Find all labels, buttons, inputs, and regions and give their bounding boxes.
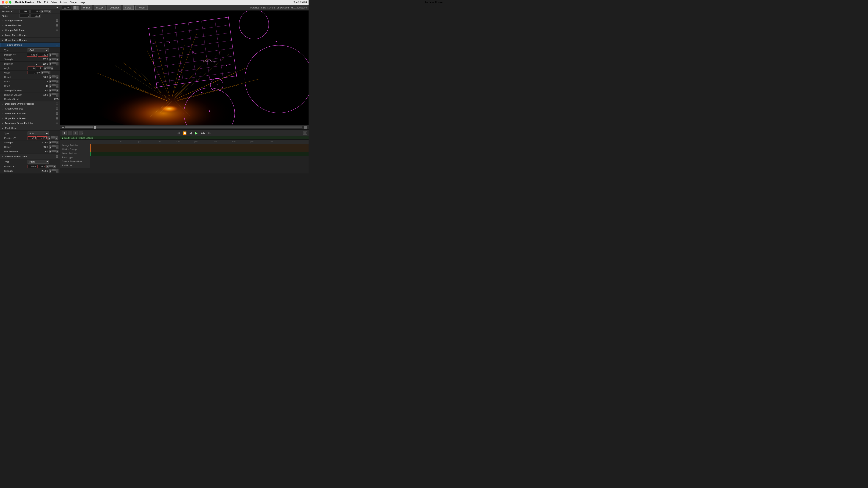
- view-toggle[interactable]: [73, 6, 79, 9]
- hg-dir-left[interactable]: ◀: [49, 62, 51, 65]
- fullscreen-btn[interactable]: [303, 132, 307, 134]
- position-x-input[interactable]: [20, 10, 30, 13]
- pu-type-select[interactable]: Point: [28, 132, 49, 135]
- hg-gy-right[interactable]: ▶: [56, 84, 59, 88]
- hg-w-left[interactable]: ◀: [41, 71, 43, 74]
- hg-dv-slider[interactable]: [52, 93, 56, 95]
- hg-sv-slider[interactable]: [52, 89, 56, 91]
- force-menu[interactable]: ☰: [56, 38, 59, 42]
- tl-track[interactable]: [90, 152, 309, 156]
- force-swerve-stream-green[interactable]: Swerve Stream Green ☰: [0, 154, 60, 159]
- render-button[interactable]: Render: [135, 5, 148, 10]
- hg-pos-x-input[interactable]: [27, 53, 37, 57]
- tl-track[interactable]: [90, 156, 309, 160]
- next-frame[interactable]: ▶▶: [200, 131, 206, 135]
- mblur-button[interactable]: M-Blur: [81, 5, 92, 10]
- play-button-small[interactable]: ▶: [62, 126, 64, 129]
- menu-edit[interactable]: Edit: [44, 1, 49, 4]
- ssg-ss[interactable]: [52, 169, 56, 171]
- force-orange-grid[interactable]: Orange Grid Force ☰: [0, 28, 60, 33]
- hg-h-left[interactable]: ◀: [49, 75, 51, 79]
- hg-dir-slider[interactable]: [52, 62, 56, 64]
- angle-val2-input[interactable]: [30, 14, 40, 18]
- hg-dv-left[interactable]: ◀: [49, 93, 51, 97]
- hg-pos-slider[interactable]: [52, 53, 56, 55]
- pu-rr[interactable]: ▶: [56, 145, 59, 149]
- hg-pos-right-arrow[interactable]: ▶: [56, 53, 59, 57]
- tl-track[interactable]: [90, 160, 309, 164]
- key-tool[interactable]: ⧫: [62, 131, 67, 135]
- force-menu[interactable]: ☰: [56, 43, 59, 46]
- pu-pos-x[interactable]: [28, 136, 36, 140]
- force-orange-particles[interactable]: Orange Particles ☰: [0, 18, 60, 23]
- force-upper-focus-orange[interactable]: Upper Focus Orange ☰: [0, 38, 60, 42]
- play-reverse[interactable]: ◀: [189, 131, 193, 135]
- force-hit-grid-orange[interactable]: Hit Grid Orange ☰: [0, 42, 60, 47]
- hg-sv-right[interactable]: ▶: [56, 89, 59, 92]
- hg-sv-left[interactable]: ◀: [49, 89, 51, 92]
- path-tool[interactable]: ⟶: [79, 131, 83, 135]
- force-menu[interactable]: ☰: [56, 155, 59, 158]
- position-y-input[interactable]: [30, 10, 40, 13]
- force-menu[interactable]: ☰: [56, 24, 59, 27]
- pu-rl[interactable]: ◀: [49, 145, 51, 149]
- type-select[interactable]: Grid: [28, 48, 49, 52]
- hud-button[interactable]: H.U.D.: [94, 5, 105, 10]
- hg-pos-y-input[interactable]: [38, 53, 48, 57]
- ssg-sl[interactable]: ◀: [49, 169, 51, 173]
- pu-pos-y[interactable]: [37, 136, 48, 140]
- hg-width-input[interactable]: [28, 71, 40, 74]
- force-menu[interactable]: ☰: [56, 29, 59, 32]
- hg-h-right[interactable]: ▶: [56, 75, 59, 79]
- hg-gx-slider[interactable]: [52, 80, 56, 82]
- pu-pos-slider[interactable]: [51, 136, 55, 138]
- hg-angle-left[interactable]: ◀: [44, 66, 46, 70]
- force-push-upper[interactable]: Push Upper ☰: [0, 126, 60, 131]
- menu-view[interactable]: View: [52, 1, 57, 4]
- pu-sr[interactable]: ▶: [56, 141, 59, 144]
- pu-ml[interactable]: ◀: [49, 150, 51, 153]
- ssg-pos-x[interactable]: [28, 165, 37, 168]
- hg-w-slider[interactable]: [43, 71, 48, 73]
- position-left-arrow[interactable]: ◀: [41, 10, 43, 13]
- pu-ss[interactable]: [52, 141, 56, 143]
- hg-dv-right[interactable]: ▶: [56, 93, 59, 97]
- force-menu[interactable]: ☰: [56, 33, 59, 37]
- ssg-pos-y[interactable]: [37, 165, 46, 168]
- force-menu[interactable]: ☰: [56, 122, 59, 125]
- pu-pos-left[interactable]: ◀: [48, 136, 51, 140]
- force-green-grid[interactable]: Green Grid Force ☰: [0, 106, 60, 111]
- pu-mr[interactable]: ▶: [56, 150, 59, 153]
- canvas-area[interactable]: Hit Grid Orange: [60, 10, 309, 125]
- fullscreen-button[interactable]: [9, 1, 11, 4]
- angle-val1-input[interactable]: [20, 14, 30, 18]
- menu-file[interactable]: File: [37, 1, 41, 4]
- hg-w-right[interactable]: ▶: [48, 71, 51, 74]
- hg-gx-right[interactable]: ▶: [56, 80, 59, 83]
- move-tool[interactable]: ✛: [68, 131, 72, 135]
- hg-dir-right[interactable]: ▶: [56, 62, 59, 65]
- zoom-display[interactable]: 127%: [62, 6, 71, 9]
- menu-help[interactable]: Help: [80, 1, 85, 4]
- force-menu[interactable]: ☰: [56, 19, 59, 22]
- force-menu[interactable]: ☰: [56, 117, 59, 120]
- hg-angle-right[interactable]: ▶: [51, 66, 53, 70]
- hg-gy-left[interactable]: ◀: [49, 84, 51, 88]
- ssg-sr[interactable]: ▶: [56, 169, 59, 173]
- pu-ms[interactable]: [52, 150, 56, 152]
- force-lower-focus-orange[interactable]: Lower Focus Orange ☰: [0, 33, 60, 38]
- force-lower-focus-green[interactable]: Lower Focus Green ☰: [0, 111, 60, 116]
- menu-stage[interactable]: Stage: [70, 1, 76, 4]
- hg-gx-left[interactable]: ◀: [49, 80, 51, 83]
- position-right-arrow[interactable]: ▶: [48, 10, 51, 13]
- force-decelerate-orange[interactable]: Decelerate Orange Particles ☰: [0, 101, 60, 106]
- pu-sl[interactable]: ◀: [49, 141, 51, 144]
- ssg-pos-left[interactable]: ◀: [46, 165, 49, 168]
- add-tool[interactable]: ⊕: [73, 131, 78, 135]
- position-slider[interactable]: [44, 10, 48, 12]
- hg-pos-left-arrow[interactable]: ◀: [49, 53, 51, 57]
- menu-action[interactable]: Action: [60, 1, 67, 4]
- force-button[interactable]: Force: [123, 5, 133, 10]
- tl-track[interactable]: [90, 144, 309, 148]
- scrubber-handle[interactable]: [94, 126, 96, 129]
